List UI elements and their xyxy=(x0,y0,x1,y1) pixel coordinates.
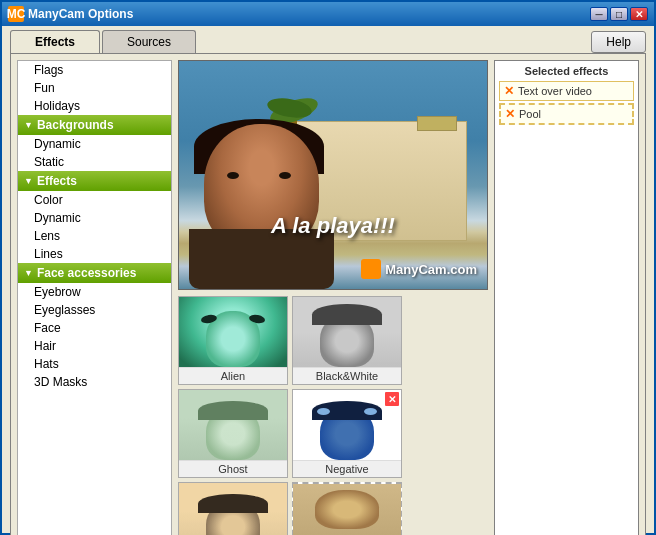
effect-sepia[interactable]: ✕ Sepia xyxy=(178,482,288,535)
effects-grid: ✕ Alien ✕ xyxy=(178,296,488,535)
watermark-icon xyxy=(361,259,381,279)
preview-roof xyxy=(417,116,457,131)
effect-alien[interactable]: ✕ Alien xyxy=(178,296,288,385)
titlebar-left: MC ManyCam Options xyxy=(8,6,133,22)
person-eye-left xyxy=(227,172,239,179)
backgrounds-arrow: ▼ xyxy=(24,120,33,130)
sidebar-item-lines[interactable]: Lines xyxy=(18,245,171,263)
sidebar-item-hair[interactable]: Hair xyxy=(18,337,171,355)
selected-effect-label-2: Pool xyxy=(519,108,541,120)
face-arrow: ▼ xyxy=(24,268,33,278)
minimize-button[interactable]: ─ xyxy=(590,7,608,21)
selected-effect-label-1: Text over video xyxy=(518,85,592,97)
person-eye-right xyxy=(279,172,291,179)
sidebar-item-dynamic-bg[interactable]: Dynamic xyxy=(18,135,171,153)
center-panel: A la playa!!! ManyCam.com ✕ xyxy=(178,60,488,535)
sidebar-item-eyebrow[interactable]: Eyebrow xyxy=(18,283,171,301)
remove-pool[interactable]: ✕ xyxy=(505,107,515,121)
selected-effect-text-over-video: ✕ Text over video xyxy=(499,81,634,101)
sidebar-category-effects[interactable]: ▼ Effects xyxy=(18,171,171,191)
effect-ghost-label: Ghost xyxy=(179,460,287,477)
tab-sources[interactable]: Sources xyxy=(102,30,196,53)
tab-effects[interactable]: Effects xyxy=(10,30,100,53)
sidebar-category-backgrounds[interactable]: ▼ Backgrounds xyxy=(18,115,171,135)
sidebar-item-dynamic-fx[interactable]: Dynamic xyxy=(18,209,171,227)
effect-alien-img xyxy=(179,297,287,367)
preview-watermark: ManyCam.com xyxy=(361,259,477,279)
download-more-thumb[interactable]: Download more from our website. www.many… xyxy=(292,482,402,535)
sidebar-item-color[interactable]: Color xyxy=(18,191,171,209)
effect-sepia-img xyxy=(179,483,287,535)
tabs: Effects Sources xyxy=(10,30,198,53)
effect-bw[interactable]: ✕ Black&White xyxy=(292,296,402,385)
face-accessories-label: Face accessories xyxy=(37,266,136,280)
effect-negative-label: Negative xyxy=(293,460,401,477)
effect-bw-img xyxy=(293,297,401,367)
sidebar: Flags Fun Holidays ▼ Backgrounds Dynamic… xyxy=(17,60,172,535)
sidebar-item-holidays[interactable]: Holidays xyxy=(18,97,171,115)
effect-bw-label: Black&White xyxy=(293,367,401,384)
effect-negative[interactable]: ✕ Negative xyxy=(292,389,402,478)
help-button[interactable]: Help xyxy=(591,31,646,53)
sidebar-item-hats[interactable]: Hats xyxy=(18,355,171,373)
sidebar-item-flags[interactable]: Flags xyxy=(18,61,171,79)
watermark-text: ManyCam.com xyxy=(385,262,477,277)
effect-ghost[interactable]: ✕ Ghost xyxy=(178,389,288,478)
effects-label: Effects xyxy=(37,174,77,188)
maximize-button[interactable]: □ xyxy=(610,7,628,21)
tabs-row: Effects Sources Help xyxy=(10,30,646,53)
sidebar-category-face-accessories[interactable]: ▼ Face accessories xyxy=(18,263,171,283)
selected-effect-pool: ✕ Pool xyxy=(499,103,634,125)
app-icon: MC xyxy=(8,6,24,22)
sidebar-item-lens[interactable]: Lens xyxy=(18,227,171,245)
main-panel: Flags Fun Holidays ▼ Backgrounds Dynamic… xyxy=(10,53,646,535)
window-close-button[interactable]: ✕ xyxy=(630,7,648,21)
effects-arrow: ▼ xyxy=(24,176,33,186)
right-panel: Selected effects ✕ Text over video ✕ Poo… xyxy=(494,60,639,535)
backgrounds-label: Backgrounds xyxy=(37,118,114,132)
titlebar: MC ManyCam Options ─ □ ✕ xyxy=(2,2,654,26)
main-window: MC ManyCam Options ─ □ ✕ Effects Sources… xyxy=(0,0,656,535)
selected-effects-title: Selected effects xyxy=(499,65,634,77)
remove-text-over-video[interactable]: ✕ xyxy=(504,84,514,98)
effect-ghost-img xyxy=(179,390,287,460)
download-thumb-img-area xyxy=(293,484,401,535)
sidebar-item-3dmasks[interactable]: 3D Masks xyxy=(18,373,171,391)
sidebar-item-face[interactable]: Face xyxy=(18,319,171,337)
preview-overlay-text: A la playa!!! xyxy=(271,213,395,239)
preview-background: A la playa!!! ManyCam.com xyxy=(179,61,487,289)
sidebar-item-static[interactable]: Static xyxy=(18,153,171,171)
window-title: ManyCam Options xyxy=(28,7,133,21)
sidebar-scroll[interactable]: Flags Fun Holidays ▼ Backgrounds Dynamic… xyxy=(18,61,171,535)
content-area: Effects Sources Help Flags Fun Holidays … xyxy=(2,26,654,535)
preview-person xyxy=(179,104,379,289)
effect-negative-img xyxy=(293,390,401,460)
preview-area: A la playa!!! ManyCam.com xyxy=(178,60,488,290)
selected-effects-panel: Selected effects ✕ Text over video ✕ Poo… xyxy=(494,60,639,535)
effect-alien-label: Alien xyxy=(179,367,287,384)
sidebar-item-eyeglasses[interactable]: Eyeglasses xyxy=(18,301,171,319)
sidebar-item-fun[interactable]: Fun xyxy=(18,79,171,97)
titlebar-buttons: ─ □ ✕ xyxy=(590,7,648,21)
